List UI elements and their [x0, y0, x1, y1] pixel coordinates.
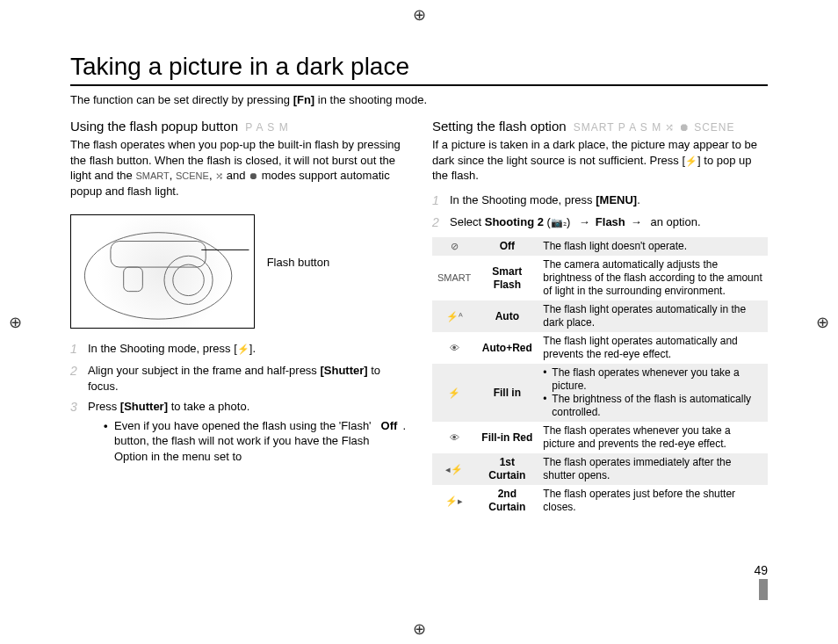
right-steps: 1 In the Shooting mode, press [MENU]. 2 … [432, 192, 768, 231]
text: ]. [249, 342, 256, 355]
right-column: Setting the flash option SMART P A S M ⤮… [432, 119, 768, 517]
registration-mark-icon: ⊕ [413, 619, 426, 639]
flash-icon: ⚡ [685, 156, 697, 166]
step-number: 1 [432, 192, 444, 209]
step-item: 1 In the Shooting mode, press [MENU]. [432, 192, 768, 209]
option-description: The flash light operates automatically i… [538, 300, 768, 332]
step-number: 2 [70, 363, 83, 394]
step-body: Press [Shutter] to take a photo. Even if… [88, 399, 406, 469]
table-row: 👁Auto+RedThe flash light operates automa… [432, 332, 768, 364]
option-description: The flash light operates automatically a… [538, 332, 768, 364]
option-name: 1st Curtain [476, 453, 538, 485]
option-name: Off [476, 237, 538, 256]
option-name: 2nd Curtain [476, 485, 538, 517]
option-description: The camera automatically adjusts the bri… [538, 256, 768, 300]
svg-rect-1 [111, 242, 206, 268]
intro-text-pre: The function can be set directly by pres… [70, 93, 293, 106]
shutter-key: [Shutter] [120, 400, 168, 413]
registration-mark-icon: ⊕ [413, 5, 426, 25]
intro-text-post: in the shooting mode. [314, 93, 427, 106]
note-item: Even if you have opened the flash using … [104, 418, 406, 465]
scene-mode-icon: SCENE [176, 170, 209, 181]
option-description: The flash operates just before the shutt… [538, 485, 768, 517]
left-heading-text: Using the flash popup button [70, 119, 238, 134]
step-item: 3 Press [Shutter] to take a photo. Even … [70, 399, 406, 469]
step-body: In the Shooting mode, press [MENU]. [450, 192, 768, 209]
shutter-key: [Shutter] [320, 364, 367, 377]
table-row: ⚡Fill inThe flash operates whenever you … [432, 364, 768, 422]
text: to take a photo. [168, 400, 249, 413]
intro-fn-key: [Fn] [293, 93, 315, 106]
text: an option. [647, 215, 701, 228]
desc-list-item: The brightness of the flash is automatic… [543, 393, 762, 419]
text: Select [450, 215, 485, 228]
option-description: The flash light doesn't operate. [538, 237, 768, 256]
text: Press [88, 400, 120, 413]
camera-diagram [70, 214, 255, 329]
svg-rect-4 [124, 267, 143, 292]
left-steps: 1 In the Shooting mode, press [⚡]. 2 Ali… [70, 341, 406, 469]
arrow-icon: → [631, 214, 642, 230]
page-tab-marker [759, 579, 768, 600]
text: . [402, 418, 406, 465]
svg-point-2 [164, 256, 213, 304]
step-number: 3 [70, 399, 83, 469]
flash-icon: ⚡ [237, 344, 249, 354]
text: ( [544, 215, 551, 228]
left-column: Using the flash popup button P A S M The… [70, 119, 406, 517]
option-name: Auto+Red [476, 332, 538, 364]
step-body: Select Shooting 2 (📷₂) →Flash→ an option… [450, 214, 768, 231]
registration-mark-icon: ⊕ [816, 313, 829, 332]
option-icon: ⊘ [432, 237, 476, 256]
option-icon: ⚡▸ [432, 485, 476, 517]
option-icon: ⚡ [432, 364, 476, 422]
off-label: Off [381, 418, 398, 465]
text: In the Shooting mode, press [ [88, 342, 237, 355]
table-row: ⚡ᴬAutoThe flash light operates automatic… [432, 300, 768, 332]
shooting2-label: Shooting 2 [485, 215, 544, 228]
step-number: 2 [432, 214, 444, 231]
camera-tab-icon: 📷₂ [551, 217, 567, 228]
table-row: 👁Fill-in RedThe flash operates whenever … [432, 422, 768, 453]
svg-point-3 [173, 264, 204, 295]
option-description: The flash operates whenever you take a p… [538, 422, 768, 453]
step-body: Align your subject in the frame and half… [88, 363, 406, 394]
option-name: Smart Flash [476, 256, 538, 300]
option-icon: 👁 [432, 422, 476, 453]
step-item: 2 Align your subject in the frame and ha… [70, 363, 406, 394]
arrow-icon: → [579, 214, 590, 230]
diagram-label: Flash button [267, 256, 330, 269]
table-row: SMARTSmart FlashThe camera automatically… [432, 256, 768, 300]
table-row: ◂⚡1st CurtainThe flash operates immediat… [432, 453, 768, 485]
right-body: If a picture is taken in a dark place, t… [432, 137, 768, 184]
page-number-text: 49 [754, 563, 768, 577]
step-body: In the Shooting mode, press [⚡]. [88, 341, 406, 358]
page-number: 49 [754, 563, 768, 600]
option-name: Auto [476, 300, 538, 332]
svg-point-0 [84, 233, 231, 319]
page-title: Taking a picture in a dark place [70, 53, 768, 86]
menu-key: [MENU] [596, 193, 637, 206]
option-description: The flash operates immediately after the… [538, 453, 768, 485]
option-icon: ◂⚡ [432, 453, 476, 485]
dual-mode-icon: ⤮ [215, 170, 223, 181]
option-name: Fill in [476, 364, 538, 422]
text: and [223, 169, 249, 182]
flash-label: Flash [596, 215, 625, 228]
text: , [170, 169, 176, 182]
flash-options-table: ⊘OffThe flash light doesn't operate.SMAR… [432, 237, 768, 517]
step-item: 2 Select Shooting 2 (📷₂) →Flash→ an opti… [432, 214, 768, 231]
page-intro: The function can be set directly by pres… [70, 93, 768, 106]
video-mode-icon: ⏺ [249, 170, 258, 181]
step-number: 1 [70, 341, 83, 358]
option-icon: 👁 [432, 332, 476, 364]
right-heading: Setting the flash option SMART P A S M ⤮… [432, 119, 768, 134]
table-row: ⊘OffThe flash light doesn't operate. [432, 237, 768, 256]
left-body: The flash operates when you pop-up the b… [70, 137, 406, 199]
left-heading: Using the flash popup button P A S M [70, 119, 406, 134]
right-heading-text: Setting the flash option [432, 119, 567, 134]
smart-mode-icon: SMART [135, 170, 169, 181]
note-list: Even if you have opened the flash using … [88, 418, 406, 465]
text: . [637, 193, 640, 206]
desc-list-item: The flash operates whenever you take a p… [543, 366, 762, 393]
